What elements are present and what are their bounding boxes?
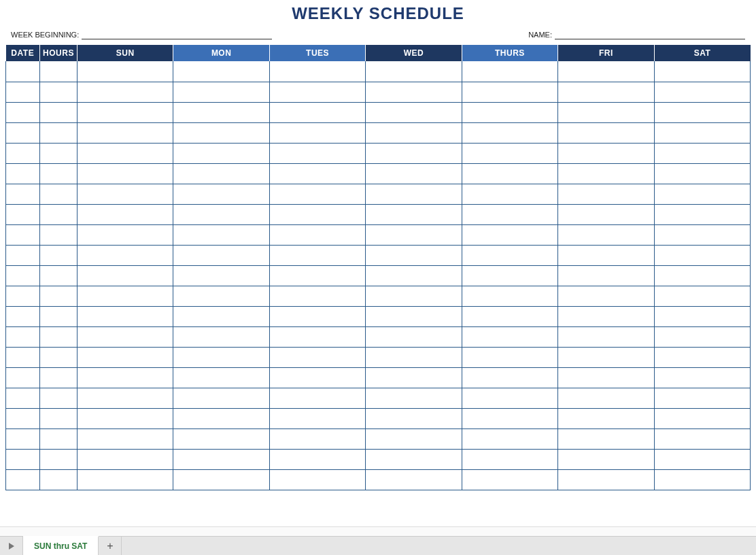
table-cell[interactable] [654,204,750,224]
table-cell[interactable] [558,143,654,163]
table-cell[interactable] [366,224,462,245]
table-cell[interactable] [558,224,654,245]
table-cell[interactable] [558,367,654,388]
table-cell[interactable] [173,326,269,347]
table-cell[interactable] [78,82,173,102]
table-cell[interactable] [366,184,462,204]
table-cell[interactable] [654,388,750,408]
table-cell[interactable] [269,306,365,326]
table-cell[interactable] [6,143,40,163]
table-cell[interactable] [40,408,78,428]
table-cell[interactable] [654,245,750,265]
table-cell[interactable] [462,408,557,428]
table-cell[interactable] [366,61,462,82]
table-cell[interactable] [654,184,750,204]
table-cell[interactable] [173,204,269,224]
table-cell[interactable] [78,245,173,265]
table-cell[interactable] [558,204,654,224]
table-cell[interactable] [173,143,269,163]
table-cell[interactable] [558,245,654,265]
table-cell[interactable] [6,286,40,306]
table-cell[interactable] [462,163,557,184]
table-cell[interactable] [462,367,557,388]
table-cell[interactable] [6,388,40,408]
table-cell[interactable] [173,367,269,388]
table-cell[interactable] [462,102,557,122]
table-cell[interactable] [558,347,654,367]
table-cell[interactable] [654,224,750,245]
table-cell[interactable] [558,408,654,428]
table-cell[interactable] [6,61,40,82]
table-cell[interactable] [173,428,269,449]
table-cell[interactable] [462,347,557,367]
table-cell[interactable] [173,408,269,428]
table-cell[interactable] [173,163,269,184]
table-cell[interactable] [78,286,173,306]
table-cell[interactable] [78,449,173,469]
table-cell[interactable] [40,306,78,326]
table-cell[interactable] [558,388,654,408]
table-cell[interactable] [654,265,750,286]
table-cell[interactable] [269,326,365,347]
table-cell[interactable] [366,428,462,449]
table-cell[interactable] [558,469,654,490]
table-cell[interactable] [173,265,269,286]
table-cell[interactable] [78,306,173,326]
table-cell[interactable] [78,102,173,122]
table-cell[interactable] [269,102,365,122]
table-cell[interactable] [462,61,557,82]
table-cell[interactable] [558,122,654,143]
table-cell[interactable] [654,449,750,469]
table-cell[interactable] [654,143,750,163]
table-cell[interactable] [366,388,462,408]
table-cell[interactable] [173,449,269,469]
table-cell[interactable] [6,408,40,428]
table-cell[interactable] [366,204,462,224]
table-cell[interactable] [462,245,557,265]
table-cell[interactable] [40,102,78,122]
table-cell[interactable] [40,326,78,347]
table-cell[interactable] [269,224,365,245]
table-cell[interactable] [6,367,40,388]
name-input[interactable] [555,30,745,39]
table-cell[interactable] [6,224,40,245]
table-cell[interactable] [654,408,750,428]
table-cell[interactable] [269,82,365,102]
table-cell[interactable] [366,326,462,347]
table-cell[interactable] [366,306,462,326]
tab-nav-button[interactable] [0,537,23,555]
table-cell[interactable] [269,61,365,82]
table-cell[interactable] [462,82,557,102]
table-cell[interactable] [654,163,750,184]
table-cell[interactable] [366,122,462,143]
table-cell[interactable] [78,184,173,204]
table-cell[interactable] [6,469,40,490]
table-cell[interactable] [269,245,365,265]
table-cell[interactable] [462,469,557,490]
table-cell[interactable] [40,224,78,245]
table-cell[interactable] [269,163,365,184]
table-cell[interactable] [78,469,173,490]
table-cell[interactable] [6,163,40,184]
table-cell[interactable] [78,388,173,408]
table-cell[interactable] [462,184,557,204]
table-cell[interactable] [558,61,654,82]
table-cell[interactable] [40,204,78,224]
table-cell[interactable] [654,347,750,367]
table-cell[interactable] [173,184,269,204]
table-cell[interactable] [40,367,78,388]
table-cell[interactable] [40,347,78,367]
table-cell[interactable] [366,265,462,286]
add-sheet-button[interactable]: + [99,537,122,555]
table-cell[interactable] [6,122,40,143]
table-cell[interactable] [173,82,269,102]
table-cell[interactable] [269,449,365,469]
table-cell[interactable] [40,122,78,143]
table-cell[interactable] [6,245,40,265]
table-cell[interactable] [558,306,654,326]
table-cell[interactable] [558,102,654,122]
table-cell[interactable] [366,286,462,306]
table-cell[interactable] [40,286,78,306]
table-cell[interactable] [40,163,78,184]
table-cell[interactable] [462,306,557,326]
